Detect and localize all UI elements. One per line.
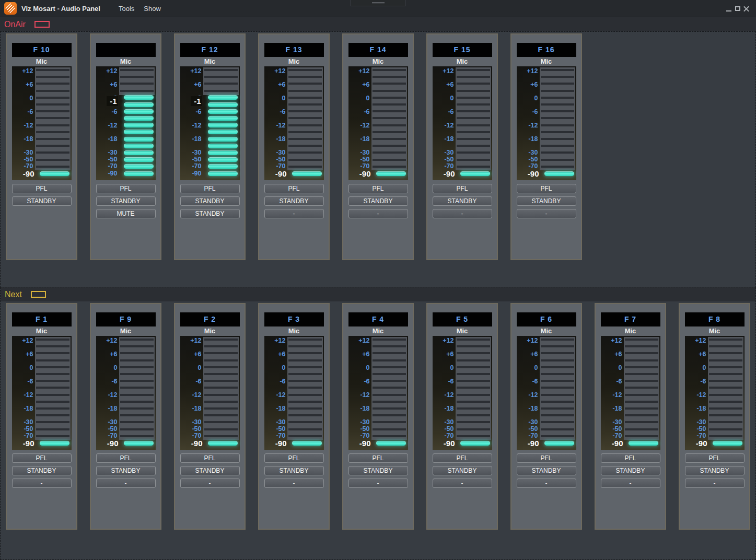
peak-db-value: -90 <box>12 439 34 447</box>
next-checkbox[interactable] <box>31 291 46 298</box>
minimize-icon[interactable] <box>724 4 733 14</box>
standby-button[interactable]: STANDBY <box>96 466 156 475</box>
unassigned-button[interactable]: - <box>264 209 324 218</box>
pfl-button[interactable]: PFL <box>12 184 72 193</box>
unassigned-button[interactable]: - <box>348 209 408 218</box>
dock-drag-handle[interactable] <box>351 0 405 6</box>
db-scale-label: -18 <box>517 136 538 143</box>
close-icon[interactable] <box>742 4 751 14</box>
meter-segment-off <box>120 69 154 71</box>
db-scale-label: -6 <box>348 378 370 385</box>
pfl-button[interactable]: PFL <box>517 184 576 193</box>
standby-button[interactable]: STANDBY <box>433 466 492 475</box>
pfl-button[interactable]: PFL <box>96 184 156 193</box>
meter-segment-off <box>625 428 658 430</box>
meter-segment-off <box>36 151 69 154</box>
pfl-button[interactable]: PFL <box>180 184 240 193</box>
pfl-button[interactable]: PFL <box>433 453 492 463</box>
level-meter: +12+60-6-12-18-30-50-70-90-1 <box>180 66 240 180</box>
meter-segment-off <box>204 421 238 423</box>
unassigned-button[interactable]: - <box>264 479 324 488</box>
unassigned-button[interactable]: - <box>348 479 408 488</box>
pfl-button[interactable]: PFL <box>264 184 324 193</box>
onair-checkbox[interactable] <box>34 21 50 28</box>
db-scale-label: +6 <box>433 81 454 88</box>
pfl-button[interactable]: PFL <box>348 184 408 193</box>
db-scale-label: 0 <box>348 365 370 371</box>
channel-label: F 5 <box>433 312 492 326</box>
pfl-button[interactable]: PFL <box>517 453 576 463</box>
standby-button[interactable]: STANDBY <box>264 196 324 206</box>
meter-segment-off <box>625 435 658 437</box>
unassigned-button[interactable]: - <box>433 479 492 488</box>
unassigned-button[interactable]: - <box>517 209 576 218</box>
peak-db-value: -90 <box>601 439 623 447</box>
meter-segment-off <box>457 366 490 368</box>
db-scale-label: -18 <box>96 405 118 412</box>
standby-button[interactable]: STANDBY <box>685 466 745 475</box>
pfl-button[interactable]: PFL <box>264 453 324 463</box>
db-scale-label: 0 <box>517 365 538 371</box>
menu-tools[interactable]: Tools <box>114 3 139 14</box>
meter-segment-off <box>457 414 490 416</box>
pfl-button[interactable]: PFL <box>348 453 408 463</box>
unassigned-button[interactable]: - <box>685 479 745 488</box>
pfl-button[interactable]: PFL <box>433 184 492 193</box>
standby-button[interactable]: STANDBY <box>517 196 576 206</box>
unassigned-button[interactable]: - <box>96 479 156 488</box>
pfl-button[interactable]: PFL <box>96 453 156 463</box>
channel-label <box>96 43 156 57</box>
peak-db-value: -90 <box>264 439 287 447</box>
db-scale-label: -70 <box>180 163 202 170</box>
standby-button[interactable]: STANDBY <box>12 196 72 206</box>
meter-level-bar <box>124 441 154 446</box>
meter-segment-off <box>541 359 574 361</box>
meter-segment-off <box>541 124 574 126</box>
meter-segment-off <box>709 428 742 430</box>
standby-button[interactable]: STANDBY <box>348 466 408 475</box>
pfl-button[interactable]: PFL <box>180 453 240 463</box>
maximize-icon[interactable] <box>733 4 742 14</box>
peak-db-value: -1 <box>191 96 202 106</box>
standby-button[interactable]: STANDBY <box>96 196 156 206</box>
meter-level-bar <box>376 171 406 176</box>
db-scale-label: -90 <box>96 170 118 177</box>
meter-segment-off <box>541 394 574 396</box>
pfl-button[interactable]: PFL <box>12 453 72 463</box>
db-scale-label: 0 <box>601 365 622 371</box>
standby-button[interactable]: STANDBY <box>517 466 576 475</box>
source-label: Mic <box>517 57 576 66</box>
source-label: Mic <box>685 326 745 335</box>
db-scale-label: +6 <box>96 81 118 88</box>
channel-buttons: PFLSTANDBY- <box>175 453 245 488</box>
standby-button[interactable]: STANDBY <box>180 196 240 206</box>
unassigned-button[interactable]: - <box>517 479 576 488</box>
unassigned-button[interactable]: - <box>433 209 492 218</box>
meter-segment-off <box>625 359 658 361</box>
channel-buttons: PFLSTANDBY- <box>91 453 160 488</box>
standby-button[interactable]: STANDBY <box>180 209 240 218</box>
unassigned-button[interactable]: - <box>12 479 72 488</box>
unassigned-button[interactable]: - <box>601 479 660 488</box>
standby-button[interactable]: STANDBY <box>264 466 324 475</box>
mute-button[interactable]: MUTE <box>96 209 156 218</box>
db-scale-label: 0 <box>264 95 286 102</box>
standby-button[interactable]: STANDBY <box>433 196 492 206</box>
meter-segment-off <box>373 387 406 389</box>
meter-segment-off <box>457 124 490 126</box>
pfl-button[interactable]: PFL <box>685 453 745 463</box>
channel-label: F 3 <box>264 312 324 326</box>
menu-show[interactable]: Show <box>139 3 166 14</box>
standby-button[interactable]: STANDBY <box>12 466 72 475</box>
peak-db-value: -90 <box>348 439 371 447</box>
db-scale-label: -18 <box>180 136 202 143</box>
db-scale-label: +6 <box>517 81 538 88</box>
channel-strip: F 5Mic+12+60-6-12-18-30-50-70-90PFLSTAND… <box>426 303 498 530</box>
unassigned-button[interactable]: - <box>180 479 240 488</box>
db-scale-label: +12 <box>96 337 118 344</box>
standby-button[interactable]: STANDBY <box>180 466 240 475</box>
pfl-button[interactable]: PFL <box>601 453 660 463</box>
standby-button[interactable]: STANDBY <box>601 466 660 475</box>
standby-button[interactable]: STANDBY <box>348 196 408 206</box>
db-scale-label: +12 <box>433 68 454 75</box>
